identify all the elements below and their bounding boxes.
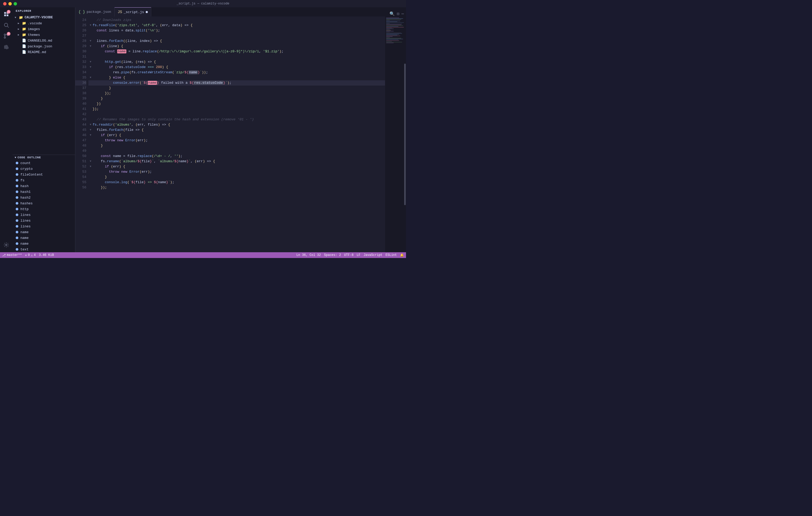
linter-status[interactable]: ESLint <box>385 253 397 257</box>
outline-dot <box>16 196 18 199</box>
minimap <box>385 17 406 252</box>
indentation[interactable]: Spaces: 2 <box>324 253 341 257</box>
file-encoding[interactable]: UTF-8 <box>344 253 353 257</box>
maximize-button[interactable] <box>13 2 17 5</box>
code-line-42 <box>88 112 385 117</box>
svg-point-9 <box>5 244 7 246</box>
mm-line <box>386 42 394 43</box>
outline-hash[interactable]: hash <box>12 183 75 189</box>
tree-packagejson[interactable]: ▶ 📄 package.json <box>12 44 75 49</box>
ln-55: 55 <box>75 180 86 185</box>
code-line-30: const name = line.replace(/http:\/\/imgu… <box>88 49 385 54</box>
code-line-44: ▼ fs.readdir('albums', (err, files) => { <box>88 122 385 127</box>
outline-fileContent[interactable]: fileContent <box>12 172 75 177</box>
outline-name2-label: name <box>21 236 29 240</box>
outline-hashes[interactable]: hashes <box>12 200 75 206</box>
outline-count[interactable]: count <box>12 160 75 166</box>
outline-hash2[interactable]: hash2 <box>12 195 75 200</box>
mm-line <box>386 37 390 38</box>
mm-line <box>386 41 392 41</box>
code-line-32: ▼ http.get(line, (res) => { <box>88 59 385 65</box>
window-controls[interactable] <box>3 2 17 5</box>
tree-changelog[interactable]: ▶ 📄 CHANGELOG.md <box>12 38 75 44</box>
scrollbar-track[interactable] <box>404 17 406 252</box>
outline-hash2-label: hash2 <box>21 196 31 200</box>
tree-readme[interactable]: ▶ 📄 README.md <box>12 49 75 55</box>
activity-extensions[interactable] <box>1 42 11 52</box>
status-bar: ⎇ master** ✕ 0 ⚠ 4 3.46 KiB Ln 36, Col 3… <box>0 252 406 258</box>
outline-name-3[interactable]: name <box>12 241 75 247</box>
code-line-41: }); <box>88 107 385 112</box>
code-line-31 <box>88 54 385 59</box>
search-toolbar-icon[interactable]: 🔍 <box>389 11 395 17</box>
code-line-48: } <box>88 143 385 148</box>
activity-source-control[interactable]: 6 <box>1 31 11 41</box>
linter-label: ESLint <box>385 253 397 257</box>
tab-packagejson[interactable]: { } package.json <box>75 7 115 17</box>
more-actions-icon[interactable]: ⋯ <box>401 11 404 17</box>
outline-http[interactable]: http <box>12 206 75 212</box>
position-label: Ln 36, Col 32 <box>296 253 321 257</box>
outline-name3-label: name <box>21 242 29 246</box>
folder-arrow: ▶ <box>18 33 22 36</box>
code-line-33: ▼ if (res.statusCode === 200) { <box>88 65 385 70</box>
readme-label: README.md <box>28 50 46 54</box>
ln-54: 54 <box>75 175 86 180</box>
tree-vscode[interactable]: ▶ 📁 .vscode <box>12 21 75 26</box>
outline-lines-1[interactable]: lines <box>12 212 75 218</box>
cursor-position[interactable]: Ln 36, Col 32 <box>296 253 321 257</box>
ln-40: 40 <box>75 101 86 107</box>
outline-title[interactable]: ▼ CODE OUTLINE <box>12 155 75 160</box>
outline-dot <box>16 242 18 245</box>
outline-crypto[interactable]: crypto <box>12 166 75 172</box>
code-line-36: console.error(`${name} failed with a ${r… <box>88 80 385 86</box>
outline-dot <box>16 213 18 216</box>
ln-38: 38 <box>75 91 86 96</box>
tree-themes[interactable]: ▶ 📁 themes <box>12 32 75 38</box>
outline-name-2[interactable]: name <box>12 235 75 241</box>
code-content[interactable]: // Downloads zips ▼ fs.readFile('zips.tx… <box>88 17 385 252</box>
code-line-38: }); <box>88 91 385 96</box>
outline-dot <box>16 231 18 233</box>
activity-search[interactable] <box>1 20 11 30</box>
code-line-29: ▼ if (line) { <box>88 44 385 49</box>
file-tree: ▼ 📁 CALAMITY-VSCODE ▶ 📁 .vscode ▶ 📁 imag… <box>12 15 75 155</box>
outline-text[interactable]: text <box>12 247 75 252</box>
outline-hash1[interactable]: hash1 <box>12 189 75 195</box>
minimize-button[interactable] <box>8 2 12 5</box>
outline-dot <box>16 202 18 205</box>
mm-line <box>386 36 393 37</box>
close-button[interactable] <box>3 2 6 5</box>
outline-dot <box>16 225 18 228</box>
folder-arrow: ▶ <box>18 22 22 25</box>
tree-images[interactable]: ▶ 📁 images <box>12 26 75 32</box>
outline-lines-2[interactable]: lines <box>12 218 75 224</box>
language-mode[interactable]: JavaScript <box>364 253 382 257</box>
notification-badge: 1 <box>7 10 10 13</box>
outline-fs[interactable]: fs <box>12 177 75 183</box>
tree-root[interactable]: ▼ 📁 CALAMITY-VSCODE <box>12 15 75 21</box>
error-count[interactable]: ✕ 0 ⚠ 4 <box>25 253 36 257</box>
line-endings[interactable]: LF <box>356 253 360 257</box>
split-editor-icon[interactable]: ⊟ <box>397 11 400 17</box>
svg-point-6 <box>4 34 6 36</box>
git-branch[interactable]: ⎇ master** <box>2 253 22 257</box>
outline-dot <box>16 208 18 210</box>
ln-49: 49 <box>75 148 86 153</box>
json-tab-icon: { } <box>79 10 85 14</box>
code-line-52: ▼ if (err) { <box>88 164 385 169</box>
activity-settings[interactable] <box>1 240 11 250</box>
file-size[interactable]: 3.46 KiB <box>39 253 54 257</box>
code-line-40: }) <box>88 101 385 107</box>
tab-script[interactable]: JS _script.js <box>115 7 151 17</box>
activity-explorer[interactable]: 1 <box>1 9 11 19</box>
outline-lines-3[interactable]: lines <box>12 224 75 229</box>
ln-48: 48 <box>75 143 86 148</box>
notifications[interactable]: 🔔 <box>400 253 404 257</box>
json-icon: 📄 <box>22 44 27 49</box>
status-left: ⎇ master** ✕ 0 ⚠ 4 3.46 KiB <box>2 253 54 257</box>
outline-name-1[interactable]: name <box>12 229 75 235</box>
code-line-47: throw new Error(err); <box>88 138 385 143</box>
mm-line <box>386 29 394 29</box>
scrollbar-thumb[interactable] <box>404 64 406 205</box>
